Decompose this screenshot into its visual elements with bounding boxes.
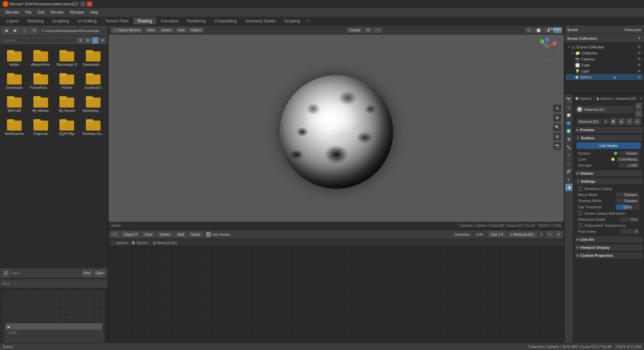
tab-rendering[interactable]: Rendering xyxy=(183,18,209,24)
filter-btn[interactable]: ▼ xyxy=(99,37,106,44)
tree-collection[interactable]: ▼ 📁 Collection 👁 xyxy=(566,50,643,56)
folder-downloads[interactable]: Downloads xyxy=(3,70,26,91)
preview-section-header[interactable]: ▶ Preview xyxy=(575,127,642,133)
grid-tool[interactable]: ⊞ xyxy=(553,133,561,141)
add-btn[interactable]: Add xyxy=(175,27,187,33)
object-btn[interactable]: Object xyxy=(188,27,204,33)
tab-texture-paint[interactable]: Texture Paint xyxy=(101,18,133,24)
tab-add[interactable]: + xyxy=(305,18,312,24)
folder-myebooks[interactable]: My eBooks xyxy=(29,94,53,114)
up-button[interactable]: ↑ xyxy=(21,27,29,34)
camera-eye[interactable]: 👁 xyxy=(637,57,641,61)
new-btn[interactable]: New xyxy=(82,270,93,277)
new-material-btn[interactable]: + xyxy=(546,231,553,238)
material-unlink-btn[interactable]: ✕ xyxy=(634,118,641,125)
folder-matlab[interactable]: MATLAB xyxy=(3,94,26,114)
view-btn[interactable]: View xyxy=(144,27,158,33)
volume-section-header[interactable]: ▶ Volume xyxy=(575,170,642,176)
prop-particle-icon[interactable]: ✦ xyxy=(565,152,573,159)
minimize-button[interactable]: ─ xyxy=(73,1,79,7)
material-browse-btn[interactable]: ▼ xyxy=(610,118,617,125)
folder-hisuite[interactable]: HiSuite xyxy=(55,70,79,91)
forward-button[interactable]: ▶ xyxy=(11,27,19,34)
prop-object-icon[interactable]: ⬟ xyxy=(565,136,573,143)
viewport-3d[interactable]: ⬡ Object Mode ▾ View Select Add Object G… xyxy=(109,25,564,230)
tab-sculpting[interactable]: Sculpting xyxy=(48,18,73,24)
collection-eye[interactable]: 👁 xyxy=(637,51,641,55)
custom-properties-section-header[interactable]: ▶ Custom Properties xyxy=(575,252,642,258)
folder-formatfactory[interactable]: FormatFactory xyxy=(29,70,53,91)
select-btn[interactable]: Select xyxy=(159,27,174,33)
menu-blender[interactable]: Blender xyxy=(3,9,22,15)
tab-shading[interactable]: Shading xyxy=(133,18,156,24)
tab-scripting[interactable]: Scripting xyxy=(280,18,304,24)
prop-constraints-icon[interactable]: 🔗 xyxy=(565,168,573,175)
delete-material-btn[interactable]: ✕ xyxy=(555,231,562,238)
tree-light[interactable]: 💡 Light 👁 xyxy=(566,68,643,74)
menu-render[interactable]: Render xyxy=(48,9,66,15)
folder-adobe[interactable]: Adobe xyxy=(3,47,26,68)
blend-mode-value[interactable]: Opaque xyxy=(616,192,639,197)
prop-physics-icon[interactable]: ⚛ xyxy=(565,160,573,167)
tab-modeling[interactable]: Modeling xyxy=(23,18,48,24)
tab-uv-editing[interactable]: UV Editing xyxy=(73,18,101,24)
prop-output-icon[interactable]: 🖨 xyxy=(565,104,573,111)
node-add-btn[interactable]: Add xyxy=(175,232,187,237)
scene-eye[interactable]: 👁 xyxy=(637,45,641,49)
prop-material-icon[interactable]: ◑ xyxy=(565,184,573,191)
refresh-button[interactable]: ↺ xyxy=(30,27,38,34)
surface-section-header[interactable]: ▼ Surface xyxy=(575,135,642,141)
remove-material-slot-btn[interactable]: − xyxy=(635,110,642,117)
surface-type-value[interactable]: Viewer xyxy=(619,151,639,156)
folder-originlab[interactable]: OriginLab xyxy=(29,117,53,137)
folder-allegorithmic[interactable]: Allegorithmic xyxy=(29,47,53,68)
sphere-eye[interactable]: 👁 xyxy=(637,75,641,79)
menu-edit[interactable]: Edit xyxy=(35,9,47,15)
folder-qqpcmgr[interactable]: QQPCMgr xyxy=(55,117,79,137)
material-new-btn[interactable]: + xyxy=(626,118,633,125)
zoom-tool[interactable]: 🔍 xyxy=(553,123,561,131)
tab-compositing[interactable]: Compositing xyxy=(210,18,241,24)
prop-expand-btn[interactable]: ⤢ xyxy=(639,97,642,101)
folder-houdini[interactable]: houdini18.0 xyxy=(81,70,105,91)
outliner-filter-btn[interactable]: ▼ xyxy=(637,36,641,41)
folder-noteexpress[interactable]: NoteExpress xyxy=(3,117,26,137)
strength-value[interactable]: 1.000 xyxy=(619,163,639,168)
material-name-btn[interactable]: ● Material.001 xyxy=(508,232,536,237)
search-input[interactable] xyxy=(2,37,76,44)
solid-btn[interactable]: ⬤ xyxy=(534,27,543,33)
cursor-tool[interactable]: ✛ xyxy=(553,105,561,113)
folder-downloaded[interactable]: Downloaded f... xyxy=(81,47,105,68)
folder-mygames[interactable]: My Games xyxy=(55,94,79,114)
tree-camera[interactable]: 📷 Camera 👁 xyxy=(566,56,643,62)
tree-scene-collection[interactable]: ▼ 🗂 Scene Collection 👁 xyxy=(566,44,643,50)
backface-culling-checkbox[interactable] xyxy=(578,186,583,191)
small-grid-btn[interactable]: ⊞ xyxy=(85,37,91,44)
settings-section-header[interactable]: ▼ Settings xyxy=(575,178,642,184)
node-select-btn[interactable]: Select xyxy=(157,232,173,237)
list-view-btn[interactable]: ☰ xyxy=(77,37,84,44)
light-eye[interactable]: 👁 xyxy=(637,69,641,73)
path-input[interactable] xyxy=(39,27,106,34)
subsurface-translucency-checkbox[interactable] xyxy=(578,223,583,228)
transform-icon1[interactable]: ⟲ xyxy=(364,27,372,33)
back-button[interactable]: ◀ xyxy=(2,27,10,34)
prop-view-layer-icon[interactable]: 🔲 xyxy=(565,112,573,119)
large-grid-btn[interactable]: ⊟ xyxy=(92,37,99,44)
node-editor-type-btn[interactable]: ⬡ xyxy=(111,231,119,237)
tab-layout[interactable]: Layout xyxy=(3,18,23,24)
color-value[interactable]: ColorRamp xyxy=(617,157,639,162)
refraction-depth-value[interactable]: 0 m xyxy=(619,217,639,222)
wireframe-btn[interactable]: ◻ xyxy=(525,27,533,33)
close-button[interactable]: ✕ xyxy=(87,1,92,7)
tree-sphere[interactable]: ⬟ Sphere ◑ 👁 xyxy=(566,74,643,80)
menu-window[interactable]: Window xyxy=(67,9,87,15)
pass-index-value[interactable]: 0 xyxy=(619,229,639,234)
distortion-value[interactable]: 0.00 xyxy=(473,232,486,237)
use-nodes-checkbox[interactable] xyxy=(206,232,211,237)
screen-space-refraction-checkbox[interactable] xyxy=(578,211,583,216)
view-toggle-btn[interactable]: ☰ xyxy=(2,270,10,277)
line-art-section-header[interactable]: ▶ Line Art xyxy=(575,236,642,242)
material-name-field[interactable]: Material.001 xyxy=(577,119,601,125)
folder-blackmagic[interactable]: Blackmagic D xyxy=(55,47,79,68)
